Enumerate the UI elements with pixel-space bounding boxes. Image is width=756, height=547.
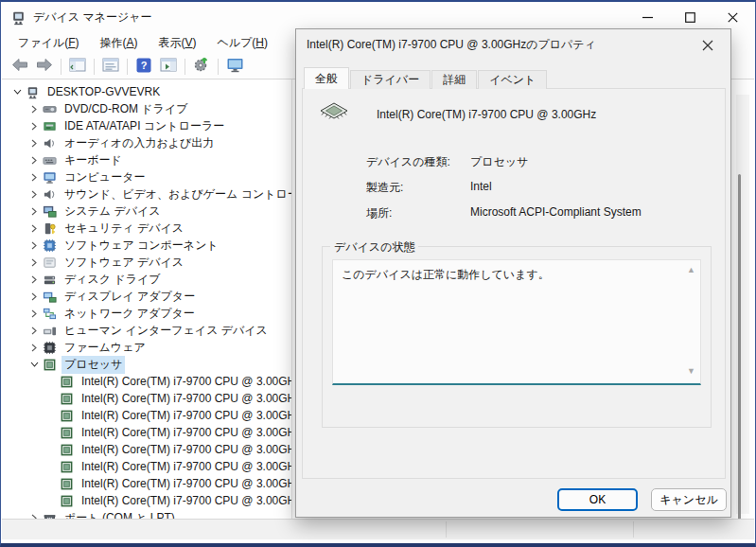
tree-item-label: Intel(R) Core(TM) i7-9700 CPU @ 3.00GHz <box>79 442 292 457</box>
chevron-right-icon[interactable] <box>26 255 42 270</box>
tab-ドライバー[interactable]: ドライバー <box>350 70 431 89</box>
network-adapter-icon <box>42 306 57 321</box>
disk-drive-icon <box>42 272 57 287</box>
action-pane-button[interactable] <box>157 56 180 77</box>
back-button[interactable] <box>9 56 31 77</box>
tree-item[interactable]: Intel(R) Core(TM) i7-9700 CPU @ 3.00GHz <box>2 424 292 441</box>
property-label: 製造元: <box>366 180 403 196</box>
tree-item[interactable]: ファームウェア <box>2 339 292 356</box>
svg-text:?: ? <box>141 60 148 71</box>
properties-button[interactable] <box>99 56 122 77</box>
general-tab-page: Intel(R) Core(TM) i7-9700 CPU @ 3.00GHz … <box>302 88 726 479</box>
forward-icon <box>36 58 53 75</box>
ok-button[interactable]: OK <box>557 488 638 511</box>
scroll-down-icon[interactable]: ▼ <box>687 367 695 376</box>
tree-item[interactable]: Intel(R) Core(TM) i7-9700 CPU @ 3.00GHz <box>2 492 292 509</box>
menu-item-file[interactable]: ファイル(F) <box>8 32 89 54</box>
tab-詳細[interactable]: 詳細 <box>431 70 477 89</box>
tree-item[interactable]: ネットワーク アダプター <box>2 305 292 322</box>
tree-item[interactable]: キーボード <box>2 151 292 168</box>
show-console-tree-icon <box>69 58 86 75</box>
tree-item-label: ヒューマン インターフェイス デバイス <box>62 322 271 340</box>
dialog-close-button[interactable] <box>693 34 723 57</box>
tree-item[interactable]: DESKTOP-GVVEVRK <box>2 83 292 100</box>
tree-item[interactable]: ソフトウェア デバイス <box>2 254 292 271</box>
chevron-right-icon[interactable] <box>26 152 42 168</box>
chevron-right-icon[interactable] <box>26 101 42 116</box>
tree-item-label: サウンド、ビデオ、およびゲーム コントローラー <box>62 185 292 203</box>
tree-item[interactable]: セキュリティ デバイス <box>2 220 292 237</box>
tree-item-label: Intel(R) Core(TM) i7-9700 CPU @ 3.00GHz <box>79 493 292 508</box>
processor-icon <box>59 391 74 406</box>
tree-item-label: ソフトウェア コンポーネント <box>62 237 221 255</box>
device-status-group: デバイスの状態 このデバイスは正常に動作しています。 ▲ ▼ <box>322 246 712 428</box>
tree-item-label: ファームウェア <box>62 339 149 357</box>
tree-item[interactable]: Intel(R) Core(TM) i7-9700 CPU @ 3.00GHz <box>2 390 292 407</box>
chevron-down-icon[interactable] <box>26 357 42 372</box>
chevron-right-icon[interactable] <box>26 323 42 338</box>
maximize-button[interactable] <box>669 4 712 31</box>
tree-item[interactable]: Intel(R) Core(TM) i7-9700 CPU @ 3.00GHz <box>2 407 292 424</box>
cancel-button[interactable]: キャンセル <box>651 488 727 511</box>
scroll-up-icon[interactable]: ▲ <box>687 266 695 274</box>
tree-item[interactable]: サウンド、ビデオ、およびゲーム コントローラー <box>2 185 292 203</box>
chevron-right-icon[interactable] <box>26 306 42 321</box>
chevron-right-icon[interactable] <box>26 203 42 219</box>
tree-item[interactable]: システム デバイス <box>2 203 292 220</box>
forward-button[interactable] <box>33 56 56 77</box>
help-button[interactable]: ? <box>132 56 155 77</box>
device-status-textbox[interactable]: このデバイスは正常に動作しています。 ▲ ▼ <box>332 259 701 385</box>
tree-item[interactable]: DVD/CD-ROM ドライブ <box>2 100 292 117</box>
display-adapter-icon <box>42 289 57 304</box>
tree-item[interactable]: Intel(R) Core(TM) i7-9700 CPU @ 3.00GHz <box>2 441 292 458</box>
tree-item[interactable]: オーディオの入力および出力 <box>2 134 292 151</box>
menu-item-view[interactable]: 表示(V) <box>148 32 206 54</box>
tree-item[interactable]: Intel(R) Core(TM) i7-9700 CPU @ 3.00GHz <box>2 475 292 492</box>
tree-item[interactable]: ディスク ドライブ <box>2 271 292 288</box>
vertical-scrollbar[interactable] <box>736 95 749 514</box>
chevron-right-icon[interactable] <box>26 221 42 236</box>
chevron-right-icon[interactable] <box>26 169 42 185</box>
processor-icon <box>59 459 74 474</box>
tree-item[interactable]: ソフトウェア コンポーネント <box>2 237 292 254</box>
chevron-down-icon[interactable] <box>9 84 25 99</box>
tree-indent <box>44 459 59 474</box>
processor-icon <box>59 374 74 389</box>
menu-item-action[interactable]: 操作(A) <box>89 32 148 54</box>
tree-item[interactable]: Intel(R) Core(TM) i7-9700 CPU @ 3.00GHz <box>2 373 292 390</box>
toolbar-separator <box>61 59 62 75</box>
chevron-right-icon[interactable] <box>26 238 42 253</box>
tree-item[interactable]: プロセッサ <box>2 356 292 373</box>
dialog-tabs: 全般ドライバー詳細イベント <box>304 67 548 89</box>
chevron-right-icon[interactable] <box>26 340 42 355</box>
tree-item-label: プロセッサ <box>62 356 125 374</box>
device-manager-icon <box>10 9 26 26</box>
tree-item-label: ソフトウェア デバイス <box>62 254 186 272</box>
action-pane-icon <box>160 58 177 75</box>
chevron-right-icon[interactable] <box>26 289 42 304</box>
tree-item[interactable]: コンピューター <box>2 168 292 185</box>
scan-hardware-changes-button[interactable] <box>223 56 246 77</box>
minimize-button[interactable] <box>626 4 669 31</box>
scrollbar-thumb[interactable] <box>738 174 741 527</box>
scan-hardware-changes-icon <box>226 58 244 76</box>
tree-indent <box>44 425 59 440</box>
tree-item[interactable]: Intel(R) Core(TM) i7-9700 CPU @ 3.00GHz <box>2 458 292 475</box>
tab-イベント[interactable]: イベント <box>478 70 547 89</box>
chevron-right-icon[interactable] <box>26 186 42 202</box>
tree-item-label: セキュリティ デバイス <box>62 220 186 238</box>
tab-全般[interactable]: 全般 <box>304 67 349 89</box>
close-button[interactable] <box>712 4 754 31</box>
update-driver-button[interactable] <box>190 56 213 77</box>
chevron-right-icon[interactable] <box>26 135 42 150</box>
chevron-right-icon[interactable] <box>26 118 42 133</box>
menu-item-help[interactable]: ヘルプ(H) <box>207 32 279 54</box>
security-devices-icon <box>42 221 57 236</box>
chevron-right-icon[interactable] <box>26 272 42 287</box>
tree-item[interactable]: ディスプレイ アダプター <box>2 288 292 305</box>
show-console-tree-button[interactable] <box>66 56 89 77</box>
tree-item[interactable]: IDE ATA/ATAPI コントローラー <box>2 117 292 134</box>
tree-indent <box>44 493 59 508</box>
tree-item-label: システム デバイス <box>62 203 164 221</box>
tree-item[interactable]: ヒューマン インターフェイス デバイス <box>2 322 292 339</box>
